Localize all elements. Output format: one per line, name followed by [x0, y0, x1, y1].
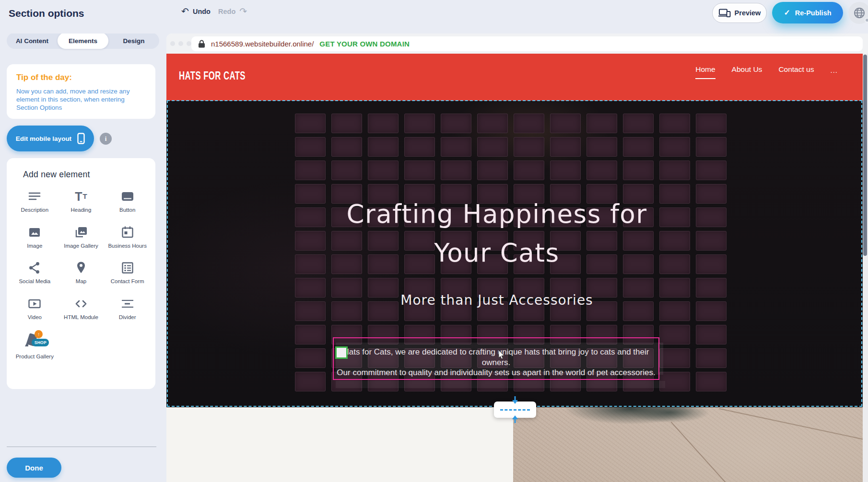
language-globe-button[interactable] [848, 2, 868, 24]
hero-tile [550, 114, 581, 133]
selected-text-element[interactable]: Hats for Cats, we are dedicated to craft… [333, 337, 659, 380]
element-label: Button [106, 207, 149, 214]
checkmark-icon: ✓ [784, 8, 790, 17]
hero-tile [477, 137, 508, 157]
next-section-image [513, 407, 868, 482]
preview-label: Preview [735, 9, 761, 17]
hero-tile [404, 114, 435, 133]
resize-dash-line [500, 409, 530, 411]
hero-tile [696, 372, 727, 391]
add-element-description[interactable]: Description [12, 189, 58, 214]
section-resize-handle[interactable] [494, 402, 536, 418]
url-field[interactable]: n1566589.websitebuilder.online/ GET YOUR… [191, 36, 863, 51]
hero-tile [696, 325, 727, 344]
add-element-html-module[interactable]: HTML Module [58, 297, 105, 321]
add-element-social-media[interactable]: Social Media [12, 261, 58, 285]
add-element-product-gallery[interactable]: ↑ SHOP Product Gallery [12, 332, 58, 360]
image-gallery-icon [74, 225, 88, 240]
info-icon[interactable]: i [100, 133, 112, 145]
hero-tile [586, 114, 617, 133]
hero-subheading[interactable]: More than Just Accessories [166, 292, 827, 308]
text-lines-icon [27, 189, 42, 204]
nav-home[interactable]: Home [695, 65, 715, 79]
hero-tile [295, 325, 326, 344]
add-element-heading[interactable]: TT Heading [58, 189, 105, 214]
tile-seam [719, 408, 868, 457]
hero-tile [550, 137, 581, 157]
nav-about-us[interactable]: About Us [732, 65, 762, 78]
undo-label: Undo [193, 8, 211, 15]
add-element-divider[interactable]: Divider [104, 297, 151, 321]
panel-tabs: AI Content Elements Design [7, 33, 159, 49]
hero-tile [623, 137, 654, 157]
globe-badge [865, 18, 868, 23]
element-label: Image Gallery [60, 243, 102, 250]
form-icon [120, 261, 135, 275]
hero-tile [659, 348, 690, 368]
redo-icon: ↷ [239, 7, 247, 16]
add-element-image[interactable]: Image [12, 225, 58, 250]
add-new-element-card: Add new element Description TT Heading [7, 158, 155, 389]
share-icon [27, 261, 42, 275]
preview-button[interactable]: Preview [712, 3, 767, 23]
tab-ai-content[interactable]: AI Content [7, 33, 58, 49]
hero-heading[interactable]: Crafting Happiness for Your Cats [166, 195, 827, 272]
add-element-map[interactable]: Map [58, 261, 105, 285]
nav-contact-us[interactable]: Contact us [778, 65, 814, 78]
hero-tile [659, 325, 690, 344]
preview-scrollbar[interactable] [863, 54, 868, 482]
tab-design[interactable]: Design [108, 33, 159, 49]
hero-tile [696, 161, 727, 180]
hero-tile [295, 348, 326, 368]
mouse-cursor [498, 350, 505, 359]
site-header: HATS FOR CATS Home About Us Contact us .… [166, 54, 868, 101]
hero-tile [331, 161, 362, 180]
hero-tile [659, 114, 690, 133]
add-element-contact-form[interactable]: Contact Form [104, 261, 151, 285]
tip-title: Tip of the day: [16, 73, 146, 82]
element-label: Map [60, 278, 102, 285]
scrollbar-thumb[interactable] [863, 55, 867, 256]
phone-icon [77, 133, 85, 144]
get-domain-link[interactable]: GET YOUR OWN DOMAIN [319, 40, 410, 48]
hero-tile [696, 114, 727, 133]
republish-button[interactable]: ✓ Re-Publish [772, 2, 843, 23]
element-label: HTML Module [60, 314, 102, 321]
section-options-panel: AI Content Elements Design Tip of the da… [0, 0, 166, 482]
add-element-video[interactable]: Video [12, 297, 58, 321]
hero-tile [514, 137, 544, 157]
devices-icon [718, 9, 731, 17]
undo-button[interactable]: ↶ Undo [181, 7, 211, 16]
hero-tile [586, 161, 617, 180]
hero-tile [441, 161, 471, 180]
add-element-business-hours[interactable]: Business Hours [104, 225, 151, 250]
add-element-button[interactable]: Button [104, 189, 151, 214]
hero-tile [623, 161, 654, 180]
nav-more-ellipsis[interactable]: ... [830, 66, 838, 74]
tab-elements[interactable]: Elements [58, 33, 108, 49]
hero-tile [623, 114, 654, 133]
hero-tile [441, 137, 471, 157]
hero-tile [550, 161, 581, 180]
hero-tile [331, 137, 362, 157]
element-label: Contact Form [106, 278, 149, 285]
edit-mobile-layout-button[interactable]: Edit mobile layout [7, 126, 94, 151]
tile-seam [671, 422, 768, 482]
sidebar-divider [7, 447, 156, 447]
done-button[interactable]: Done [7, 458, 61, 478]
hero-tile [696, 137, 727, 157]
add-element-image-gallery[interactable]: Image Gallery [58, 225, 105, 250]
element-label: Business Hours [106, 243, 149, 250]
undo-icon: ↶ [181, 7, 189, 16]
site-logo[interactable]: HATS FOR CATS [179, 69, 246, 82]
divider-icon [120, 297, 135, 311]
element-label: Video [13, 314, 56, 321]
browser-address-bar: n1566589.websitebuilder.online/ GET YOUR… [166, 34, 868, 54]
shop-badge: SHOP [32, 339, 49, 346]
hero-tile [368, 161, 399, 180]
element-drag-handle[interactable] [335, 346, 348, 359]
element-label: Social Media [13, 278, 56, 285]
code-icon [74, 297, 88, 311]
redo-button[interactable]: Redo ↷ [218, 7, 247, 16]
hero-section[interactable]: Crafting Happiness for Your Cats More th… [166, 101, 868, 407]
